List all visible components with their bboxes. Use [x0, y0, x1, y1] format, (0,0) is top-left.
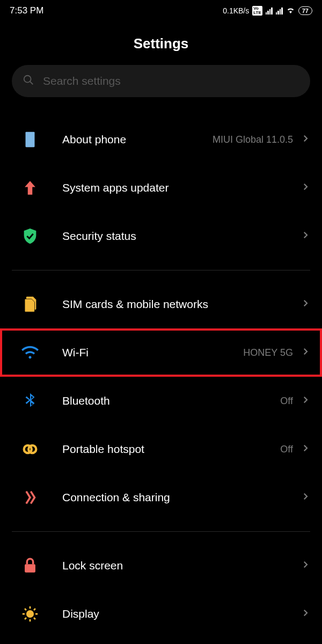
- hotspot-icon: [14, 440, 46, 458]
- svg-line-12: [34, 618, 35, 619]
- item-bluetooth[interactable]: Bluetooth Off: [0, 377, 322, 425]
- page-title: Settings: [0, 19, 322, 65]
- connection-icon: [14, 488, 46, 507]
- item-label: Display: [62, 608, 301, 620]
- item-detail: Off: [280, 444, 293, 455]
- section-personal: Lock screen Display: [0, 541, 322, 638]
- svg-rect-5: [25, 564, 35, 573]
- divider: [12, 531, 310, 532]
- item-label: System apps updater: [62, 181, 301, 194]
- svg-point-0: [24, 76, 31, 83]
- chevron-right-icon: [301, 560, 310, 572]
- chevron-right-icon: [301, 347, 310, 358]
- wifi-icon: [14, 343, 46, 362]
- svg-line-1: [30, 82, 33, 85]
- shield-check-icon: [14, 227, 46, 245]
- sim-card-icon: [14, 295, 46, 313]
- network-speed: 0.1KB/s: [223, 6, 249, 15]
- chevron-right-icon: [301, 492, 310, 503]
- chevron-right-icon: [301, 608, 310, 620]
- brightness-icon: [14, 605, 46, 623]
- item-about-phone[interactable]: About phone MIUI Global 11.0.5: [0, 115, 322, 164]
- status-indicators: 0.1KB/s VoLTE 77: [223, 5, 312, 16]
- svg-rect-2: [26, 132, 35, 147]
- chevron-right-icon: [301, 230, 310, 242]
- svg-line-13: [25, 618, 26, 619]
- item-security-status[interactable]: Security status: [0, 212, 322, 260]
- phone-icon: [14, 130, 46, 149]
- svg-point-6: [26, 610, 34, 618]
- divider: [12, 270, 310, 270]
- chevron-right-icon: [301, 182, 310, 194]
- chevron-right-icon: [301, 298, 310, 310]
- item-detail: MIUI Global 11.0.5: [213, 134, 293, 145]
- item-label: Portable hotspot: [62, 443, 280, 456]
- bluetooth-icon: [14, 392, 46, 410]
- item-label: Connection & sharing: [62, 491, 301, 504]
- item-system-updater[interactable]: System apps updater: [0, 164, 322, 212]
- item-hotspot[interactable]: Portable hotspot Off: [0, 425, 322, 473]
- wifi-status-icon: [286, 5, 295, 16]
- svg-line-14: [34, 609, 35, 610]
- update-arrow-icon: [14, 179, 46, 197]
- item-detail: Off: [280, 396, 293, 407]
- search-icon: [23, 74, 34, 88]
- status-time: 7:53 PM: [10, 5, 43, 16]
- item-label: Wi-Fi: [62, 346, 243, 359]
- volte-icon: VoLTE: [252, 6, 262, 16]
- item-label: About phone: [62, 133, 213, 146]
- signal-icon-1: [266, 7, 273, 14]
- item-sim-cards[interactable]: SIM cards & mobile networks: [0, 280, 322, 328]
- status-bar: 7:53 PM 0.1KB/s VoLTE 77: [0, 0, 322, 19]
- item-lock-screen[interactable]: Lock screen: [0, 541, 322, 590]
- item-label: Security status: [62, 230, 301, 243]
- chevron-right-icon: [301, 443, 310, 455]
- item-connection-sharing[interactable]: Connection & sharing: [0, 473, 322, 522]
- item-wifi[interactable]: Wi-Fi HONEY 5G: [0, 328, 322, 377]
- item-display[interactable]: Display: [0, 590, 322, 638]
- search-bar[interactable]: [12, 65, 310, 97]
- item-detail: HONEY 5G: [243, 347, 293, 358]
- signal-icon-2: [276, 7, 283, 14]
- chevron-right-icon: [301, 134, 310, 145]
- section-device: About phone MIUI Global 11.0.5 System ap…: [0, 115, 322, 260]
- svg-line-11: [25, 609, 26, 610]
- lock-icon: [14, 557, 46, 575]
- battery-icon: 77: [298, 6, 312, 15]
- item-label: Lock screen: [62, 559, 301, 572]
- section-wireless: SIM cards & mobile networks Wi-Fi HONEY …: [0, 280, 322, 522]
- chevron-right-icon: [301, 395, 310, 407]
- item-label: Bluetooth: [62, 394, 280, 407]
- item-label: SIM cards & mobile networks: [62, 298, 301, 311]
- search-input[interactable]: [43, 75, 299, 87]
